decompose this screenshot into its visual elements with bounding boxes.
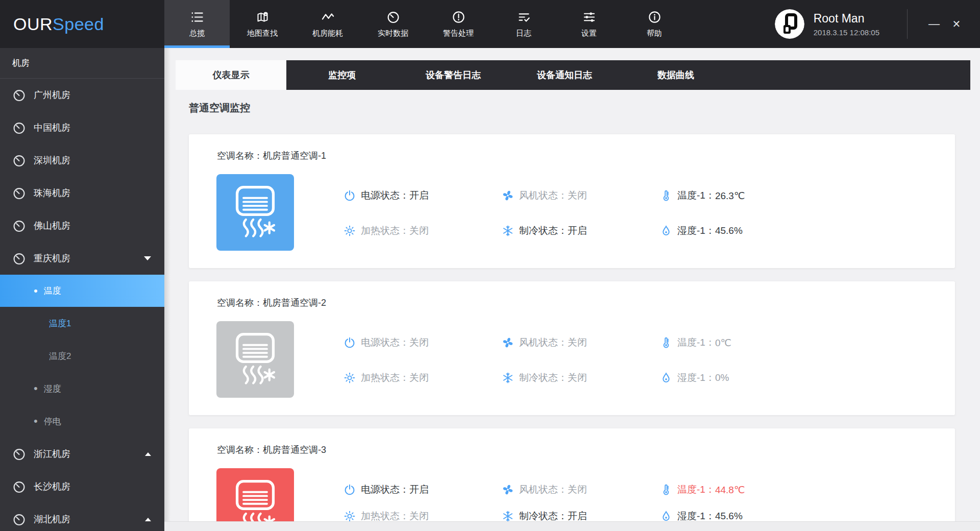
log-filter-icon	[517, 10, 531, 24]
tab-monitoring-items[interactable]: 监控项	[286, 60, 398, 90]
tab-bar: 仪表显示 监控项 设备警告日志 设备通知日志 数据曲线	[176, 60, 970, 90]
sidebar-item-shenzhen[interactable]: 深圳机房	[0, 144, 164, 177]
sidebar-item-guangzhou[interactable]: 广州机房	[0, 79, 164, 111]
tab-data-curve[interactable]: 数据曲线	[620, 60, 731, 90]
fan-status: 风机状态：关闭	[502, 334, 587, 351]
snowflake-icon	[502, 510, 514, 522]
power-icon	[344, 189, 356, 202]
sidebar-subitem-temperature-2[interactable]: 温度2	[0, 340, 164, 372]
sidebar-subitem-humidity[interactable]: • 湿度	[0, 372, 164, 405]
top-right-area: Root Man 2018.3.15 12:08:05 — ✕	[775, 0, 980, 48]
thermometer-icon	[660, 484, 672, 496]
humidity-icon	[660, 510, 672, 522]
user-name: Root Man	[814, 12, 879, 26]
logo-accent: Speed	[53, 14, 104, 34]
nav-item-settings[interactable]: 设置	[556, 0, 622, 48]
power-icon	[344, 336, 356, 349]
page-title: 普通空调监控	[189, 101, 980, 115]
gauge-icon	[12, 186, 26, 200]
nav-item-map-search[interactable]: 地图查找	[230, 0, 295, 48]
nav-item-energy[interactable]: 机房能耗	[295, 0, 360, 48]
sidebar-subitem-temperature-1[interactable]: 温度1	[0, 307, 164, 340]
gauge-icon	[12, 513, 26, 526]
map-pin-icon	[256, 10, 270, 24]
fan-status: 风机状态：关闭	[502, 187, 587, 204]
sidebar-item-zhuhai[interactable]: 珠海机房	[0, 177, 164, 209]
humidity-icon	[660, 225, 672, 237]
power-status: 电源状态：开启	[344, 187, 429, 204]
sidebar-item-changsha[interactable]: 长沙机房	[0, 470, 164, 503]
sidebar-subitem-temperature[interactable]: • 温度	[0, 275, 164, 307]
top-bar: OURSpeed 总揽 地图查找 机房能耗	[0, 0, 980, 48]
gauge-icon	[12, 447, 26, 461]
nav-item-help[interactable]: 帮助	[622, 0, 687, 48]
gauge-icon	[12, 480, 26, 494]
minimize-button[interactable]: —	[923, 13, 945, 35]
sidebar-title: 机房	[0, 48, 164, 79]
logo-primary: OUR	[13, 14, 53, 34]
heater-icon	[344, 225, 356, 237]
thermometer-icon	[660, 189, 672, 202]
ac-name: 空调名称：机房普通空调-2	[217, 297, 326, 309]
sidebar-item-zhejiang[interactable]: 浙江机房	[0, 438, 164, 470]
humidity-reading: 湿度-1：45.6%	[660, 223, 743, 239]
heater-icon	[344, 510, 356, 522]
gauge-icon	[12, 219, 26, 233]
heater-icon	[344, 372, 356, 384]
air-conditioner-icon	[216, 174, 294, 251]
gauge-icon	[12, 154, 26, 167]
close-button[interactable]: ✕	[945, 13, 968, 35]
sidebar: 机房 广州机房 中国机房 深圳机房 珠海机房 佛山机房 重庆机房 • 温	[0, 48, 164, 531]
chevron-down-icon	[144, 256, 151, 260]
sidebar-item-foshan[interactable]: 佛山机房	[0, 209, 164, 242]
nav-item-overview[interactable]: 总揽	[164, 0, 230, 48]
sidebar-item-zhongguo[interactable]: 中国机房	[0, 111, 164, 144]
ac-card-3: 空调名称：机房普通空调-3 电源状态：开启 风机状态：关闭 温度-1：44.8℃…	[189, 428, 955, 531]
sidebar-item-chongqing[interactable]: 重庆机房	[0, 242, 164, 275]
nav-item-realtime-data[interactable]: 实时数据	[360, 0, 426, 48]
humidity-icon	[660, 372, 672, 384]
top-navigation: 总揽 地图查找 机房能耗 实时数据 警告处理	[164, 0, 687, 48]
fan-icon	[502, 484, 514, 496]
activity-icon	[321, 10, 335, 24]
gauge-icon	[12, 252, 26, 266]
ac-card-1: 空调名称：机房普通空调-1 电源状态：开启 风机状态：关闭 温度-1：26.3℃…	[189, 134, 955, 268]
window-controls-divider	[907, 9, 908, 39]
sidebar-subitem-power-outage[interactable]: • 停电	[0, 405, 164, 438]
ac-card-2: 空调名称：机房普通空调-2 电源状态：关闭 风机状态：关闭 温度-1：0℃ 加热…	[189, 281, 955, 415]
power-status: 电源状态：开启	[344, 481, 429, 498]
info-icon	[648, 10, 662, 24]
alert-icon	[452, 10, 465, 24]
temperature-reading: 温度-1：44.8℃	[660, 481, 745, 498]
gauge-icon	[12, 88, 26, 102]
power-icon	[344, 484, 356, 496]
snowflake-icon	[502, 225, 514, 237]
bottom-edge-strip	[164, 521, 980, 531]
temperature-reading: 温度-1：0℃	[660, 334, 731, 351]
chevron-up-icon	[145, 452, 151, 456]
power-status: 电源状态：关闭	[344, 334, 429, 351]
user-info: Root Man 2018.3.15 12:08:05	[814, 12, 879, 37]
main-content: 仪表显示 监控项 设备警告日志 设备通知日志 数据曲线 普通空调监控 空调名称：…	[164, 48, 980, 531]
temperature-reading: 温度-1：26.3℃	[660, 187, 745, 204]
cooling-status: 制冷状态：关闭	[502, 370, 587, 386]
fan-status: 风机状态：关闭	[502, 481, 587, 498]
tab-device-notice-log[interactable]: 设备通知日志	[509, 60, 620, 90]
nav-item-logs[interactable]: 日志	[491, 0, 556, 48]
nav-item-alert-handling[interactable]: 警告处理	[426, 0, 491, 48]
tab-group: 监控项 设备警告日志 设备通知日志 数据曲线	[286, 60, 970, 90]
sliders-icon	[582, 10, 596, 24]
avatar[interactable]	[775, 9, 804, 39]
snowflake-icon	[502, 372, 514, 384]
fan-icon	[502, 189, 514, 202]
app-logo: OURSpeed	[0, 0, 164, 48]
sidebar-item-hubei[interactable]: 湖北机房	[0, 503, 164, 531]
tab-device-alert-log[interactable]: 设备警告日志	[398, 60, 509, 90]
fan-icon	[502, 336, 514, 349]
cooling-status: 制冷状态：开启	[502, 223, 587, 239]
tab-gauge-display[interactable]: 仪表显示	[176, 60, 286, 90]
air-conditioner-icon	[216, 321, 294, 398]
humidity-reading: 湿度-1：0%	[660, 370, 729, 386]
datetime: 2018.3.15 12:08:05	[814, 28, 879, 37]
heating-status: 加热状态：关闭	[344, 370, 429, 386]
